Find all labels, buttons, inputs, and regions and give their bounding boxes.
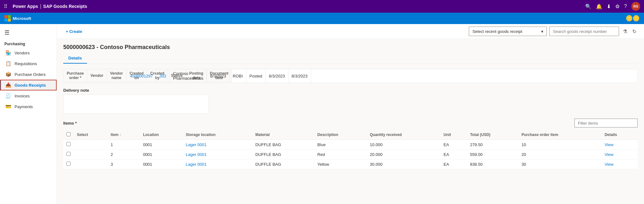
- row-storage-location-2: Lager 0001: [183, 159, 252, 169]
- ms-logo-blue: [4, 19, 8, 22]
- sidebar: ☰ Purchasing 🏪 Vendors 📋 Requisitions 📦 …: [0, 24, 57, 204]
- row-item-2: 3: [108, 159, 140, 169]
- form-created-on: 8/3/2023: [207, 69, 230, 83]
- view-link-2[interactable]: View: [604, 162, 613, 167]
- row-location-1: 0001: [140, 150, 183, 159]
- row-checkbox-cell-2: [63, 159, 74, 169]
- record-tabs: Details: [63, 54, 638, 64]
- view-link-1[interactable]: View: [604, 152, 613, 157]
- row-qty-received-0: 10.000: [367, 140, 440, 150]
- purchase-orders-icon: 📦: [5, 71, 11, 77]
- sidebar-item-invoices[interactable]: 🧾 Invoices: [0, 90, 57, 101]
- row-details-2: View: [601, 159, 638, 169]
- sidebar-item-label-purchase-orders: Purchase Orders: [15, 72, 46, 77]
- goods-receipts-icon: 📥: [5, 82, 11, 88]
- form-purchase-order: 4500001297: [127, 69, 156, 83]
- row-checkbox-2[interactable]: [66, 162, 71, 166]
- row-total-usd-1: 559.00: [467, 150, 518, 159]
- search-goods-receipt-input[interactable]: [549, 27, 619, 36]
- row-checkbox-cell-1: [63, 150, 74, 159]
- dropdown-chevron-icon: ▾: [541, 29, 543, 34]
- item-sort-icon: ↑: [120, 133, 121, 137]
- row-total-usd-0: 279.50: [467, 140, 518, 150]
- row-description-2: Yellow: [314, 159, 367, 169]
- col-header-quantity-received: Quantity received: [367, 130, 440, 140]
- row-details-0: View: [601, 140, 638, 150]
- row-material-2: DUFFLE BAG: [252, 159, 314, 169]
- row-po-item-1: 20: [518, 150, 602, 159]
- col-header-description: Description: [314, 130, 367, 140]
- module-name-label: SAP Goods Receipts: [43, 4, 87, 9]
- refresh-icon-button[interactable]: ↻: [631, 27, 638, 36]
- create-button[interactable]: + Create: [63, 28, 85, 35]
- storage-location-link-2[interactable]: Lager 0001: [186, 162, 207, 167]
- app-title: Power Apps | SAP Goods Receipts: [13, 3, 87, 9]
- main-content: + Create Select recent goods receipt ▾ ⚗…: [57, 24, 644, 204]
- row-select-2: [74, 159, 108, 169]
- sidebar-item-requisitions[interactable]: 📋 Requisitions: [0, 58, 57, 69]
- table-row: 2 0001 Lager 0001 DUFFLE BAG Red 20.000 …: [63, 150, 638, 159]
- brand-name-label: Microsoft: [13, 16, 31, 21]
- form-status: Posted: [246, 69, 265, 83]
- filter-icon-button[interactable]: ⚗: [622, 27, 629, 36]
- sidebar-item-label-vendors: Vendors: [15, 51, 30, 55]
- search-icon[interactable]: 🔍: [585, 3, 591, 9]
- sidebar-item-purchase-orders[interactable]: 📦 Purchase Orders: [0, 69, 57, 80]
- col-header-location: Location: [140, 130, 183, 140]
- ms-logo-yellow: [8, 19, 11, 22]
- row-unit-2: EA: [440, 159, 467, 169]
- col-header-unit: Unit: [440, 130, 467, 140]
- col-header-vendor: Vendor: [87, 69, 107, 82]
- form-created-by: ROBI: [229, 69, 246, 83]
- form-posting-date: 8/3/2023: [266, 69, 288, 83]
- row-details-1: View: [601, 150, 638, 159]
- requisitions-icon: 📋: [5, 61, 11, 66]
- sidebar-item-vendors[interactable]: 🏪 Vendors: [0, 47, 57, 58]
- row-material-0: DUFFLE BAG: [252, 140, 314, 150]
- sidebar-item-payments[interactable]: 💳 Payments: [0, 101, 57, 112]
- download-icon[interactable]: ⬇: [607, 3, 611, 9]
- row-select-1: [74, 150, 108, 159]
- brand-bar-right: 🪙🪙: [626, 15, 640, 22]
- app-layout: ☰ Purchasing 🏪 Vendors 📋 Requisitions 📦 …: [0, 24, 644, 204]
- tab-details[interactable]: Details: [63, 54, 87, 64]
- row-description-1: Red: [314, 150, 367, 159]
- ms-logo-grid: [4, 15, 11, 22]
- purchase-order-link[interactable]: 4500001297: [130, 74, 153, 78]
- help-icon[interactable]: ?: [624, 3, 627, 9]
- col-header-purchase-order-item: Purchase order item: [518, 130, 602, 140]
- sidebar-item-label-goods-receipts: Goods Receipts: [15, 83, 46, 88]
- storage-location-link-0[interactable]: Lager 0001: [186, 142, 207, 147]
- row-checkbox-1[interactable]: [66, 152, 71, 156]
- apps-grid-icon[interactable]: ⠿: [4, 3, 8, 9]
- row-checkbox-0[interactable]: [66, 142, 71, 146]
- storage-location-link-1[interactable]: Lager 0001: [186, 152, 207, 157]
- row-qty-received-1: 20.000: [367, 150, 440, 159]
- col-header-purchase-order: Purchase order *: [64, 69, 87, 82]
- delivery-note-box[interactable]: [63, 95, 209, 114]
- view-link-0[interactable]: View: [604, 142, 613, 147]
- select-all-checkbox[interactable]: [66, 132, 71, 136]
- row-material-1: DUFFLE BAG: [252, 150, 314, 159]
- settings-icon[interactable]: ⚙: [615, 3, 620, 9]
- row-po-item-2: 30: [518, 159, 602, 169]
- recent-goods-receipt-dropdown[interactable]: Select recent goods receipt ▾: [469, 27, 547, 36]
- table-row: 3 0001 Lager 0001 DUFFLE BAG Yellow 30.0…: [63, 159, 638, 169]
- invoices-icon: 🧾: [5, 93, 11, 99]
- form-vendor: 302: [156, 69, 170, 83]
- items-section-label: Items *: [63, 121, 77, 126]
- row-select-0: [74, 140, 108, 150]
- table-row: 1 0001 Lager 0001 DUFFLE BAG Blue 10.000…: [63, 140, 638, 150]
- title-separator: |: [40, 3, 41, 9]
- row-unit-0: EA: [440, 140, 467, 150]
- notification-icon[interactable]: 🔔: [596, 3, 602, 9]
- select-placeholder: Select recent goods receipt: [472, 29, 522, 34]
- hamburger-icon[interactable]: ☰: [0, 27, 57, 40]
- vendor-link[interactable]: 302: [159, 74, 166, 78]
- col-header-item[interactable]: Item ↑: [108, 130, 140, 140]
- filter-items-input[interactable]: [574, 119, 638, 127]
- coin-icon: 🪙🪙: [626, 15, 640, 22]
- sidebar-item-goods-receipts[interactable]: 📥 Goods Receipts: [0, 80, 57, 90]
- user-avatar[interactable]: RS: [631, 2, 640, 11]
- top-navigation-bar: ⠿ Power Apps | SAP Goods Receipts 🔍 🔔 ⬇ …: [0, 0, 644, 13]
